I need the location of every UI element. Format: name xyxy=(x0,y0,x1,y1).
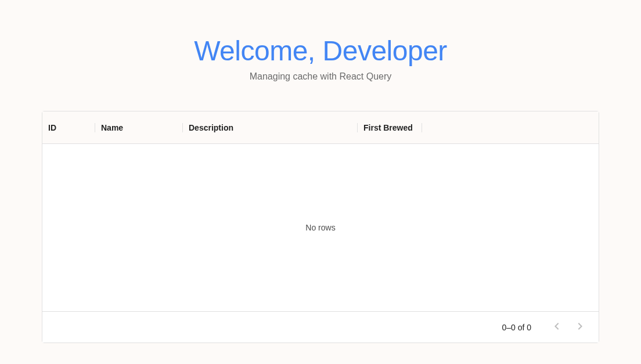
column-header-id[interactable]: ID xyxy=(42,111,95,143)
grid-body: No rows xyxy=(42,144,599,311)
column-label: First Brewed xyxy=(363,123,413,132)
no-rows-message: No rows xyxy=(305,223,335,232)
pagination-next-button[interactable] xyxy=(568,316,592,339)
chevron-left-icon xyxy=(550,319,564,335)
column-label: ID xyxy=(48,123,56,132)
grid-header-row: ID Name Description First Brewed xyxy=(42,111,599,144)
column-label: Description xyxy=(189,123,233,132)
pagination-info: 0–0 of 0 xyxy=(502,323,531,332)
column-header-description[interactable]: Description xyxy=(183,111,357,143)
column-separator[interactable] xyxy=(422,123,422,132)
main-container: Welcome, Developer Managing cache with R… xyxy=(0,0,641,343)
pagination-prev-button[interactable] xyxy=(545,316,568,339)
column-label: Name xyxy=(101,123,123,132)
column-header-name[interactable]: Name xyxy=(95,111,182,143)
page-title: Welcome, Developer xyxy=(194,35,447,67)
grid-footer: 0–0 of 0 xyxy=(42,311,599,343)
chevron-right-icon xyxy=(573,319,587,335)
page-subtitle: Managing cache with React Query xyxy=(250,71,392,82)
column-header-first-brewed[interactable]: First Brewed xyxy=(358,111,422,143)
data-grid: ID Name Description First Brewed No rows… xyxy=(42,111,599,343)
